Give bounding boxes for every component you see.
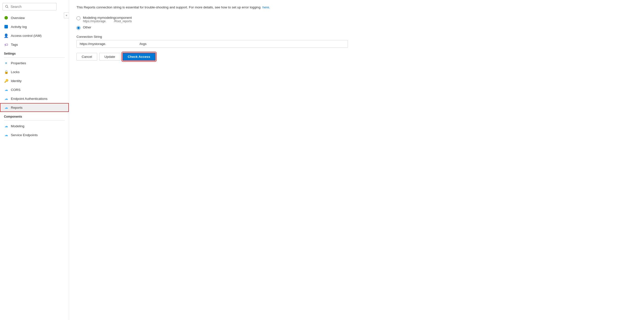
settings-section-header: Settings — [0, 49, 69, 56]
connection-string-section: Connection String — [76, 35, 636, 48]
radio-option-other: Other — [76, 26, 636, 30]
search-row: « — [0, 0, 69, 13]
endpoint-auth-label: Endpoint Authentications — [11, 97, 48, 101]
search-icon — [5, 5, 9, 9]
connection-string-input[interactable] — [76, 40, 348, 48]
radio-modeling-url: https://mystorage. — [83, 20, 106, 23]
info-text: This Reports connection string is essent… — [76, 6, 260, 9]
svg-point-0 — [6, 5, 8, 8]
identity-icon: 🔑 — [4, 79, 8, 83]
sidebar-item-locks[interactable]: 🔒 Locks — [0, 67, 69, 76]
service-endpoints-label: Service Endpoints — [11, 133, 38, 137]
settings-divider — [4, 57, 65, 58]
properties-label: Properties — [11, 61, 26, 65]
sidebar-item-identity[interactable]: 🔑 Identity — [0, 76, 69, 85]
radio-modeling-label: Modeling mymodelingcomponent — [83, 16, 132, 20]
cors-label: CORS — [11, 88, 20, 92]
components-divider — [4, 120, 65, 121]
tags-icon: 🏷 — [4, 42, 8, 47]
sidebar-item-access-control[interactable]: 👤 Access control (IAM) — [0, 31, 69, 40]
sidebar-item-properties[interactable]: ≡ Properties — [0, 59, 69, 67]
sidebar-item-modeling[interactable]: ☁ Modeling — [0, 122, 69, 130]
collapse-button[interactable]: « — [64, 12, 69, 18]
sidebar-item-activity-log[interactable]: Activity log — [0, 22, 69, 31]
service-endpoints-icon: ☁ — [4, 133, 8, 137]
radio-other-label: Other — [83, 26, 91, 29]
modeling-label: Modeling — [11, 124, 24, 128]
identity-label: Identity — [11, 79, 22, 83]
endpoint-auth-icon: ☁ — [4, 96, 8, 101]
cancel-button[interactable]: Cancel — [76, 53, 97, 61]
radio-group: Modeling mymodelingcomponent https://mys… — [76, 16, 636, 30]
components-section-header: Components — [0, 112, 69, 119]
main-content: This Reports connection string is essent… — [69, 0, 644, 320]
reports-label: Reports — [11, 106, 22, 109]
update-button[interactable]: Update — [99, 53, 120, 61]
check-access-button[interactable]: Check Access — [122, 53, 156, 61]
activity-log-icon — [4, 25, 8, 29]
connection-string-label: Connection String — [76, 35, 636, 39]
overview-label: Overview — [11, 16, 25, 20]
action-buttons: Cancel Update Check Access — [76, 53, 636, 61]
sidebar-item-cors[interactable]: ☁ CORS — [0, 85, 69, 94]
sidebar: « Overview Activity log 👤 Access control… — [0, 0, 69, 320]
radio-modeling-sub: https://mystorage. /Root_reports — [83, 20, 132, 23]
access-control-icon: 👤 — [4, 33, 8, 38]
search-input[interactable] — [10, 5, 54, 9]
tags-label: Tags — [11, 43, 18, 47]
locks-label: Locks — [11, 70, 20, 74]
sidebar-item-tags[interactable]: 🏷 Tags — [0, 40, 69, 49]
access-control-label: Access control (IAM) — [11, 34, 42, 38]
radio-modeling-path: /Root_reports — [114, 20, 132, 23]
search-box[interactable] — [2, 3, 56, 10]
reports-icon: ☁ — [4, 105, 8, 110]
radio-modeling-label-block: Modeling mymodelingcomponent https://mys… — [83, 16, 132, 23]
sidebar-item-endpoint-auth[interactable]: ☁ Endpoint Authentications — [0, 94, 69, 103]
svg-line-1 — [8, 7, 8, 8]
modeling-icon: ☁ — [4, 124, 8, 128]
radio-modeling-input[interactable] — [76, 16, 80, 20]
locks-icon: 🔒 — [4, 70, 8, 74]
info-bar: This Reports connection string is essent… — [76, 5, 636, 10]
sidebar-item-reports[interactable]: ☁ Reports — [0, 103, 69, 112]
properties-icon: ≡ — [4, 61, 8, 65]
cors-icon: ☁ — [4, 87, 8, 92]
info-link[interactable]: here. — [262, 6, 270, 9]
radio-other-label-block: Other — [83, 26, 91, 29]
sidebar-item-overview[interactable]: Overview — [0, 13, 69, 22]
radio-option-modeling: Modeling mymodelingcomponent https://mys… — [76, 16, 636, 23]
sidebar-item-service-endpoints[interactable]: ☁ Service Endpoints — [0, 130, 69, 139]
overview-icon — [4, 16, 8, 20]
radio-other-input[interactable] — [76, 26, 80, 30]
activity-log-label: Activity log — [11, 25, 27, 29]
